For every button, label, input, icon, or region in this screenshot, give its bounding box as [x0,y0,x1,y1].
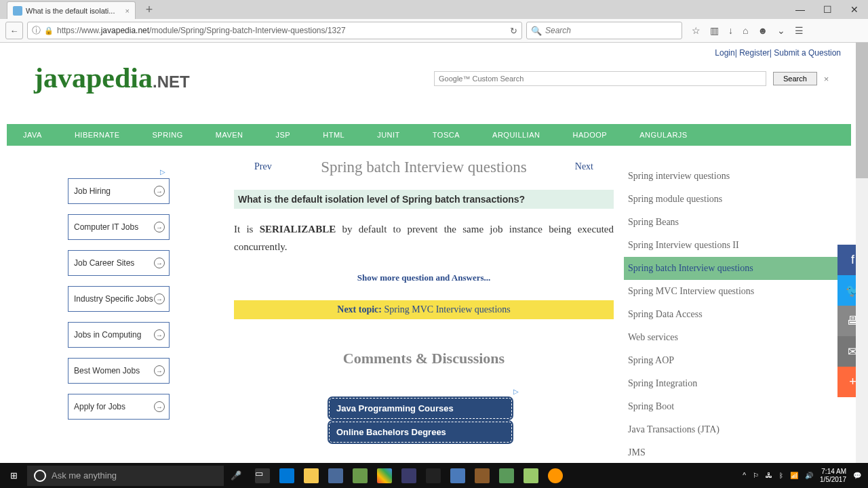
sidebar-item[interactable]: Spring MVC Interview questions [624,280,851,303]
window-close-button[interactable]: ✕ [841,0,868,19]
start-button[interactable]: ⊞ [0,463,27,488]
back-button[interactable]: ← [5,22,23,39]
sidebar-item[interactable]: Spring AOP [624,349,851,372]
sidebar-item[interactable]: Spring Beans [624,211,851,234]
arrow-icon: → [154,329,165,340]
window-minimize-button[interactable]: — [787,0,814,19]
eclipse-icon[interactable] [401,468,416,483]
menu-item[interactable]: ARQUILLIAN [476,131,556,139]
prev-link[interactable]: Prev [254,161,272,172]
app-icon[interactable] [353,468,368,483]
sidebar-item[interactable]: Spring Boot [624,395,851,418]
page-title: Spring batch Interview questions [234,159,614,176]
bluetooth-icon[interactable]: ᛒ [779,472,783,479]
menu-item[interactable]: JSP [260,131,307,139]
network-icon[interactable]: 🖧 [766,472,772,479]
page-scrollbar[interactable] [856,43,868,463]
sidebar-item[interactable]: Web services [624,326,851,349]
menu-item[interactable]: JAVA [7,131,58,139]
browser-tab[interactable]: What is the default isolati... × [7,1,136,19]
menu-item[interactable]: HIBERNATE [58,131,136,139]
mic-icon[interactable]: 🎤 [231,470,241,481]
task-view-icon[interactable]: ▭ [255,468,270,483]
answer-text: It is SERIALIZABLE by default to prevent… [234,221,614,256]
search-button[interactable]: Search [773,72,817,85]
volume-icon[interactable]: 🔊 [805,472,813,479]
arrow-icon: → [154,258,165,268]
register-link[interactable]: Register [739,48,770,58]
ad-link[interactable]: Job Career Sites→ [68,250,170,276]
login-link[interactable]: Login [715,48,734,58]
menu-item[interactable]: SPRING [136,131,199,139]
menu-icon[interactable]: ☰ [795,25,804,36]
arrow-icon: → [154,293,165,304]
ad-link[interactable]: Computer IT Jobs→ [68,214,170,240]
tray-chevron-icon[interactable]: ^ [743,472,746,479]
info-icon[interactable]: ⓘ [32,24,41,37]
close-search-icon[interactable]: × [824,74,829,84]
notifications-icon[interactable]: 💬 [853,472,861,479]
library-icon[interactable]: ▥ [710,25,719,36]
app-icon[interactable] [450,468,465,483]
scrollbar-thumb[interactable] [856,43,868,178]
explorer-icon[interactable] [304,468,319,483]
menu-item[interactable]: TOSCA [416,131,476,139]
terminal-icon[interactable] [426,468,441,483]
edge-icon[interactable] [279,468,294,483]
next-topic-bar[interactable]: Next topic: Spring MVC Interview questio… [234,300,614,319]
ad-marker-icon[interactable]: ▷ [160,168,165,176]
url-bar[interactable]: ⓘ 🔒 https://www.javapedia.net/module/Spr… [27,22,522,39]
next-link[interactable]: Next [575,161,593,172]
firefox-icon[interactable] [548,468,563,483]
menu-item[interactable]: MAVEN [199,131,260,139]
ad-link[interactable]: Apply for Jobs→ [68,394,170,420]
sidebar-item[interactable]: Java Transactions (JTA) [624,418,851,441]
ad-link[interactable]: Best Women Jobs→ [68,358,170,384]
browser-search-bar[interactable]: 🔍 [526,22,682,39]
ad-button[interactable]: Online Bachelors Degrees [329,422,512,443]
sidebar-item[interactable]: JMS [624,441,851,463]
sidebar-item[interactable]: Spring Data Access [624,303,851,326]
sidebar-item[interactable]: Spring interview questions [624,165,851,188]
ad-link[interactable]: Industry Specific Jobs→ [68,286,170,312]
smile-icon[interactable]: ☻ [757,25,768,36]
ad-marker-icon[interactable]: ▷ [513,388,614,395]
notepad-icon[interactable] [524,468,538,483]
tab-title: What is the default isolati... [26,7,115,15]
sidebar-item[interactable]: Spring Interview questions II [624,234,851,257]
reload-button[interactable]: ↻ [510,26,517,36]
ad-link[interactable]: Jobs in Computing→ [68,322,170,348]
menu-item[interactable]: HTML [307,131,361,139]
cortana-search[interactable]: Ask me anything [27,466,224,486]
app-icon[interactable] [499,468,514,483]
ad-link[interactable]: Job Hiring→ [68,178,170,204]
ad-button[interactable]: Java Programming Courses [329,398,512,419]
home-icon[interactable]: ⌂ [743,25,748,36]
submit-question-link[interactable]: Submit a Question [774,48,841,58]
pocket-icon[interactable]: ⌄ [777,25,785,36]
menu-item[interactable]: HADOOP [556,131,623,139]
app-icon[interactable] [328,468,343,483]
menu-item[interactable]: ANGULARJS [623,131,704,139]
sidebar-item[interactable]: Spring Integration [624,372,851,395]
tray-icon[interactable]: ⚐ [753,472,759,479]
wifi-icon[interactable]: 📶 [790,472,798,479]
downloads-icon[interactable]: ↓ [728,25,733,36]
main-menu: JAVAHIBERNATESPRINGMAVENJSPHTMLJUNITTOSC… [7,124,851,146]
app-icon[interactable] [475,468,490,483]
top-links: Login| Register| Submit a Question [715,48,841,58]
menu-item[interactable]: JUNIT [361,131,416,139]
arrow-icon: → [154,401,165,412]
show-more-link[interactable]: Show more question and Answers... [234,272,614,283]
chrome-icon[interactable] [377,468,392,483]
site-logo[interactable]: javapedia.NET [34,62,190,94]
bookmark-star-icon[interactable]: ☆ [692,25,701,36]
new-tab-button[interactable]: + [141,1,157,18]
tab-close-icon[interactable]: × [125,7,130,15]
sidebar-item[interactable]: Spring batch Interview questions [624,257,851,280]
clock[interactable]: 7:14 AM 1/5/2017 [820,468,846,484]
window-maximize-button[interactable]: ☐ [814,0,841,19]
custom-search-input[interactable] [434,71,766,86]
sidebar-item[interactable]: Spring module questions [624,188,851,211]
browser-search-input[interactable] [545,26,677,35]
